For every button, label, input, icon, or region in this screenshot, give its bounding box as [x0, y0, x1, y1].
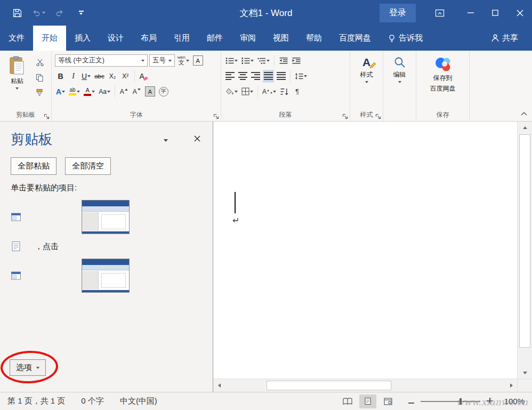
paste-button[interactable]: 粘贴 — [3, 53, 31, 102]
change-case-button[interactable]: Aa — [98, 85, 111, 98]
collapse-ribbon-button[interactable] — [521, 109, 527, 117]
character-shading-button[interactable]: A — [144, 85, 156, 98]
editing-button[interactable]: 编辑 — [386, 53, 413, 102]
font-dialog-launcher[interactable] — [213, 114, 219, 119]
scroll-up-button[interactable] — [518, 122, 532, 133]
task-pane-menu-button[interactable] — [164, 135, 168, 143]
show-marks-button[interactable]: ¶ — [292, 85, 303, 98]
superscript-button[interactable]: X² — [120, 70, 131, 83]
maximize-button[interactable] — [483, 0, 507, 26]
clipboard-item-3[interactable] — [0, 259, 213, 293]
tab-layout[interactable]: 布局 — [132, 26, 165, 51]
print-layout-button[interactable] — [359, 395, 376, 408]
page-indicator[interactable]: 第 1 页，共 1 页 — [7, 396, 65, 406]
sign-in-button[interactable]: 登录 — [380, 4, 416, 22]
text-effects-button[interactable]: A — [55, 85, 66, 98]
vertical-scroll-track[interactable] — [518, 133, 532, 367]
tab-tell-me[interactable]: 告诉我 — [380, 26, 431, 51]
paste-all-button[interactable]: 全部粘贴 — [11, 157, 57, 175]
tab-view[interactable]: 视图 — [264, 26, 297, 51]
horizontal-scrollbar[interactable] — [213, 379, 517, 392]
vertical-scrollbar[interactable] — [517, 122, 532, 392]
save-button[interactable] — [6, 0, 28, 26]
align-left-button[interactable] — [224, 70, 236, 83]
tab-insert[interactable]: 插入 — [66, 26, 99, 51]
clear-formatting-button[interactable]: A — [138, 70, 149, 83]
increase-indent-button[interactable] — [291, 54, 302, 67]
clipboard-dialog-launcher[interactable] — [44, 114, 50, 119]
paragraph-dialog-launcher[interactable] — [342, 114, 348, 119]
font-color-button[interactable]: A — [83, 85, 96, 98]
justify-button[interactable] — [263, 70, 274, 83]
undo-button[interactable] — [28, 0, 49, 26]
shading-button[interactable] — [224, 85, 239, 98]
tab-file[interactable]: 文件 — [0, 26, 33, 51]
bold-button[interactable]: B — [55, 70, 66, 83]
word-count[interactable]: 0 个字 — [81, 396, 104, 406]
tab-baidu-netdisk[interactable]: 百度网盘 — [331, 26, 380, 51]
character-border-button[interactable]: A — [192, 54, 204, 67]
ribbon-display-options-button[interactable] — [435, 9, 445, 18]
strikethrough-button[interactable]: abc — [93, 70, 106, 83]
web-layout-button[interactable] — [380, 395, 397, 408]
align-center-button[interactable] — [237, 70, 248, 83]
multilevel-list-button[interactable] — [256, 54, 271, 67]
zoom-slider-thumb[interactable] — [460, 398, 462, 405]
zoom-out-button[interactable] — [400, 397, 414, 405]
document-area[interactable]: ↵ — [213, 122, 517, 392]
align-right-button[interactable] — [250, 70, 261, 83]
zoom-level[interactable]: 100% — [500, 397, 525, 406]
vertical-scroll-thumb[interactable] — [519, 134, 530, 348]
tab-design[interactable]: 设计 — [99, 26, 132, 51]
phonetic-guide-button[interactable]: wén 文 — [176, 54, 190, 67]
tab-review[interactable]: 审阅 — [231, 26, 264, 51]
shrink-font-button[interactable]: A — [131, 85, 142, 98]
line-spacing-button[interactable] — [294, 70, 308, 83]
borders-button[interactable] — [240, 85, 254, 98]
clear-all-button[interactable]: 全部清空 — [65, 157, 111, 175]
copy-button[interactable] — [34, 71, 45, 84]
italic-button[interactable]: I — [68, 70, 79, 83]
styles-button[interactable]: A 样式 — [353, 53, 380, 102]
styles-label: 样式 — [360, 70, 373, 79]
bullets-button[interactable] — [224, 54, 239, 67]
scroll-down-button[interactable] — [518, 367, 532, 379]
highlight-button[interactable]: ab — [68, 85, 81, 98]
cut-button[interactable] — [34, 56, 45, 69]
decrease-indent-button[interactable] — [278, 54, 289, 67]
options-button[interactable]: 选项 — [10, 359, 46, 376]
numbering-button[interactable] — [240, 54, 255, 67]
styles-dialog-launcher[interactable] — [375, 114, 381, 119]
grow-font-button[interactable]: A — [118, 85, 130, 98]
format-painter-button[interactable] — [34, 86, 45, 99]
redo-button[interactable] — [49, 0, 70, 26]
clipboard-item-1[interactable] — [0, 200, 213, 234]
document-page[interactable]: ↵ — [213, 122, 517, 379]
font-name-combo[interactable]: 等线 (中文正文) — [55, 54, 148, 67]
tab-help[interactable]: 帮助 — [297, 26, 331, 51]
enclose-characters-button[interactable]: 字 — [158, 85, 170, 98]
zoom-in-button[interactable] — [487, 397, 493, 405]
font-size-combo[interactable]: 五号 — [149, 54, 175, 67]
tab-mailings[interactable]: 邮件 — [198, 26, 231, 51]
tab-home[interactable]: 开始 — [33, 26, 66, 51]
distribute-button[interactable] — [276, 70, 287, 83]
save-to-baidu-button[interactable]: 保存到 百度网盘 — [420, 53, 466, 102]
customize-qat-button[interactable] — [70, 0, 92, 26]
tab-references[interactable]: 引用 — [165, 26, 198, 51]
tab-share[interactable]: 共享 — [483, 26, 532, 51]
language-indicator[interactable]: 中文(中国) — [120, 396, 157, 406]
asian-layout-button[interactable]: A — [261, 85, 277, 98]
horizontal-scroll-thumb[interactable] — [267, 381, 391, 390]
close-button[interactable] — [507, 0, 532, 26]
scroll-right-button[interactable] — [505, 379, 517, 392]
subscript-button[interactable]: X₂ — [107, 70, 118, 83]
clipboard-item-2[interactable]: ，点击 — [0, 241, 213, 252]
sort-button[interactable] — [279, 85, 290, 98]
scroll-left-button[interactable] — [213, 379, 225, 392]
underline-button[interactable]: U — [80, 70, 92, 83]
zoom-slider[interactable] — [421, 401, 480, 402]
read-mode-button[interactable] — [339, 395, 356, 408]
task-pane-close-button[interactable] — [194, 135, 201, 144]
minimize-button[interactable] — [458, 0, 483, 26]
